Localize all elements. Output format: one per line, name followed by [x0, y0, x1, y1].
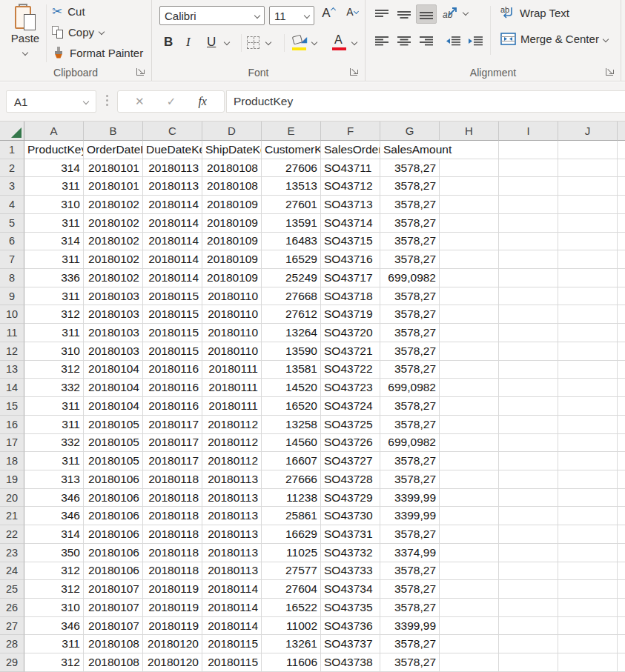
cell[interactable]: 3399,99	[380, 507, 440, 525]
cell[interactable]: 20180103	[84, 287, 143, 306]
cell[interactable]: 20180104	[84, 397, 143, 416]
cell[interactable]	[440, 342, 499, 361]
row-header[interactable]: 6	[0, 233, 24, 251]
row-header[interactable]: 9	[0, 287, 24, 306]
cell[interactable]	[440, 397, 499, 416]
cell[interactable]: SO43738	[321, 653, 380, 672]
cell[interactable]: 312	[24, 653, 84, 672]
cell[interactable]: 314	[24, 233, 84, 251]
underline-button[interactable]: U	[207, 33, 216, 52]
row-header[interactable]: 5	[0, 214, 24, 233]
cell[interactable]	[499, 617, 558, 636]
cell[interactable]: 20180120	[143, 653, 202, 672]
cell[interactable]	[558, 214, 618, 233]
cell[interactable]: 20180102	[84, 250, 143, 269]
cell[interactable]: 311	[24, 397, 84, 416]
cell[interactable]: 3399,99	[380, 617, 440, 636]
cell[interactable]: 311	[24, 287, 84, 306]
cell[interactable]	[499, 141, 558, 159]
cell[interactable]	[558, 177, 618, 196]
cell[interactable]: 20180102	[84, 214, 143, 233]
row-header[interactable]: 10	[0, 305, 24, 324]
cell[interactable]	[499, 361, 558, 379]
cell[interactable]: 311	[24, 416, 84, 434]
cell[interactable]: 16629	[262, 525, 321, 544]
cell[interactable]	[558, 617, 618, 636]
paste-dropdown-icon[interactable]	[22, 50, 28, 56]
cell[interactable]: 20180118	[143, 470, 202, 489]
cell[interactable]: SO43721	[321, 342, 380, 361]
cell[interactable]	[558, 470, 618, 489]
cell[interactable]: 311	[24, 214, 84, 233]
cell[interactable]: SO43727	[321, 452, 380, 470]
column-header-G[interactable]: G	[380, 122, 440, 141]
cell[interactable]	[558, 379, 618, 397]
cell[interactable]: 20180106	[84, 544, 143, 562]
cell[interactable]: 20180112	[202, 452, 262, 470]
cell[interactable]: 20180118	[143, 544, 202, 562]
cell[interactable]	[499, 470, 558, 489]
cell[interactable]: 20180114	[143, 269, 202, 287]
cell[interactable]: SalesOrderNumber	[321, 141, 380, 159]
name-box-dropdown-icon[interactable]	[83, 99, 89, 104]
cell[interactable]: 20180119	[143, 580, 202, 599]
cell[interactable]: 20180111	[202, 361, 262, 379]
cell[interactable]: 20180108	[202, 177, 262, 196]
cell[interactable]	[558, 653, 618, 672]
cell[interactable]: 3578,27	[380, 562, 440, 581]
align-middle-button[interactable]	[394, 4, 414, 24]
row-header[interactable]: 16	[0, 416, 24, 434]
row-header[interactable]: 23	[0, 544, 24, 562]
paste-button[interactable]: Paste	[7, 2, 43, 64]
cell[interactable]: 20180117	[143, 434, 202, 453]
cell[interactable]: SO43732	[321, 544, 380, 562]
cell[interactable]: 20180114	[143, 196, 202, 214]
cell[interactable]: 20180106	[84, 562, 143, 581]
cell[interactable]: 3578,27	[380, 361, 440, 379]
cell[interactable]: 332	[24, 434, 84, 453]
row-header[interactable]: 28	[0, 635, 24, 653]
cell[interactable]: 16607	[262, 452, 321, 470]
cell[interactable]: 20180114	[202, 617, 262, 636]
cell[interactable]: 25249	[262, 269, 321, 287]
cell[interactable]: 13581	[262, 361, 321, 379]
font-dialog-launcher-icon[interactable]	[350, 68, 357, 76]
font-color-button[interactable]: A	[331, 33, 348, 52]
cell[interactable]: SO43736	[321, 617, 380, 636]
cell[interactable]: 20180113	[202, 525, 262, 544]
cell[interactable]	[440, 580, 499, 599]
cell[interactable]: SO43724	[321, 397, 380, 416]
cell[interactable]: 14560	[262, 434, 321, 453]
cell[interactable]: 3578,27	[380, 177, 440, 196]
align-right-button[interactable]	[416, 31, 437, 50]
shrink-font-button[interactable]: A	[342, 6, 363, 25]
cell[interactable]	[499, 342, 558, 361]
row-header[interactable]: 14	[0, 379, 24, 397]
cell[interactable]	[499, 653, 558, 672]
cell[interactable]	[499, 287, 558, 306]
cell[interactable]: 11238	[262, 489, 321, 508]
cell[interactable]: 20180115	[143, 287, 202, 306]
cell[interactable]: 20180115	[143, 324, 202, 342]
row-header[interactable]: 26	[0, 599, 24, 617]
cell[interactable]	[499, 177, 558, 196]
cell[interactable]: 27606	[262, 159, 321, 178]
cell[interactable]: 310	[24, 342, 84, 361]
grow-font-button[interactable]: A	[318, 6, 339, 25]
cell[interactable]: OrderDateKey	[84, 141, 143, 159]
font-name-dropdown-icon[interactable]	[254, 13, 260, 19]
name-box[interactable]: A1	[6, 90, 96, 113]
cell[interactable]: 346	[24, 617, 84, 636]
cell[interactable]: 3578,27	[380, 324, 440, 342]
cell[interactable]	[440, 324, 499, 342]
cell[interactable]: 20180113	[202, 544, 262, 562]
cell[interactable]: SO43730	[321, 507, 380, 525]
cell[interactable]: 312	[24, 361, 84, 379]
cell[interactable]	[440, 653, 499, 672]
cell[interactable]	[558, 287, 618, 306]
cell[interactable]	[440, 269, 499, 287]
cell[interactable]: 20180114	[202, 580, 262, 599]
fill-color-button[interactable]: ◢	[291, 33, 308, 52]
merge-center-dropdown-icon[interactable]	[603, 36, 609, 41]
cell[interactable]: SO43735	[321, 599, 380, 617]
